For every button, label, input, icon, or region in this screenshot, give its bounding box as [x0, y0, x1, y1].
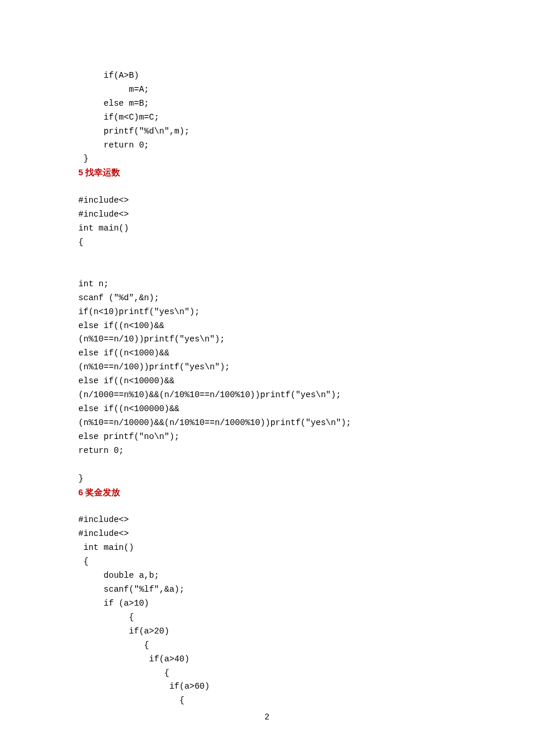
code-line: if(a>60) [78, 682, 210, 691]
code-line: if(A>B) [78, 71, 139, 80]
code-line: else if((n<1000)&& [78, 348, 169, 358]
code-line: { [78, 237, 84, 247]
code-line: else if((n<100)&& [78, 321, 164, 330]
code-line: { [78, 640, 149, 650]
code-line: else m=B; [78, 99, 149, 108]
code-line: { [78, 696, 185, 705]
code-line: else if((n<100000)&& [78, 404, 179, 413]
code-line: #include<> [78, 210, 129, 219]
code-line: (n%10==n/100))printf("yes\n"); [78, 362, 230, 372]
code-line: #include<> [78, 515, 129, 524]
code-line: int n; [78, 279, 109, 289]
section-heading-5: 5 找幸运数 [78, 166, 456, 180]
code-line: printf("%d\n",m); [78, 127, 189, 136]
code-line: } [78, 154, 88, 163]
code-block-2: #include<> #include<> int main() { int n… [78, 180, 456, 485]
code-line: if(m<C)m=C; [78, 113, 159, 122]
code-line: (n%10==n/10))printf("yes\n"); [78, 334, 225, 344]
code-line: } [78, 474, 84, 483]
code-line: if (a>10) [78, 599, 149, 608]
code-line: if(a>40) [78, 654, 189, 664]
code-line: scanf("%lf",&a); [78, 585, 185, 594]
code-line: int main() [78, 543, 134, 552]
code-line: else if((n<10000)&& [78, 376, 174, 386]
code-line: if(a>20) [78, 627, 169, 636]
code-line: (n/1000==n%10)&&(n/10%10==n/100%10))prin… [78, 390, 341, 399]
page-number: 2 [0, 711, 534, 724]
code-block-1: if(A>B) m=A; else m=B; if(m<C)m=C; print… [78, 55, 456, 166]
code-line: return 0; [78, 446, 124, 455]
code-line: else printf("no\n"); [78, 432, 179, 441]
code-line: if(n<10)printf("yes\n"); [78, 307, 200, 316]
code-line: scanf ("%d",&n); [78, 293, 159, 303]
code-line: int main() [78, 224, 129, 233]
code-block-3: #include<> #include<> int main() { doubl… [78, 500, 456, 708]
code-line: return 0; [78, 141, 149, 150]
section-heading-6: 6 奖金发放 [78, 486, 456, 500]
code-line: #include<> [78, 529, 129, 538]
document-page: if(A>B) m=A; else m=B; if(m<C)m=C; print… [0, 0, 534, 756]
code-line: double a,b; [78, 571, 159, 580]
code-line: m=A; [78, 85, 149, 94]
code-line: { [78, 613, 134, 622]
code-line: (n%10==n/10000)&&(n/10%10==n/1000%10))pr… [78, 418, 351, 427]
code-line: { [78, 668, 169, 678]
code-line: { [78, 557, 88, 566]
code-line: #include<> [78, 196, 129, 205]
